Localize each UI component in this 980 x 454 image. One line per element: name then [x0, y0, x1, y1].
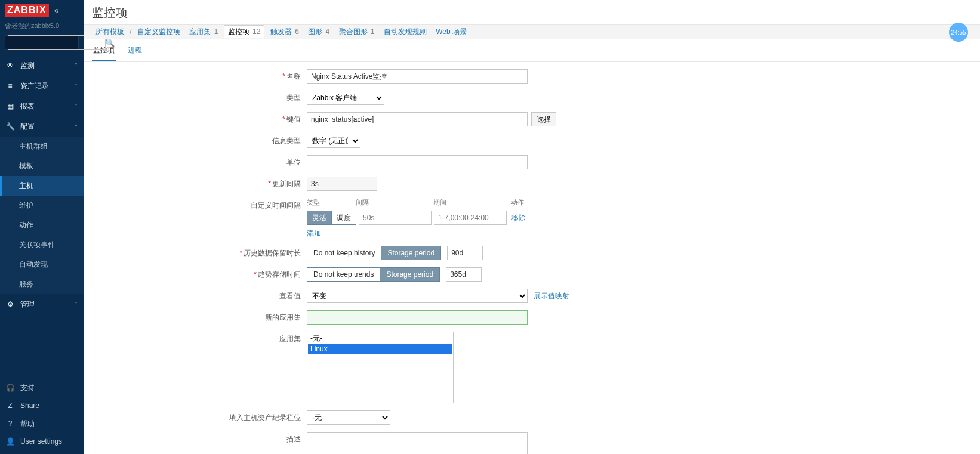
crumb-link[interactable]: 触发器 6 [267, 25, 303, 38]
crumb-link[interactable]: 自动发现规则 [380, 25, 430, 38]
tab[interactable]: 进程 [127, 43, 143, 61]
update-interval-input[interactable] [307, 177, 377, 191]
interval-remove-link[interactable]: 移除 [511, 213, 526, 223]
nav-icon: ⚙ [6, 300, 14, 308]
crumb-link[interactable]: Web 场景 [432, 25, 470, 38]
chevron-icon: ˅ [75, 83, 78, 89]
label-valuemap: 查看值 [279, 292, 301, 300]
sidebar-item[interactable]: 维护 [0, 196, 84, 215]
sidebar-bottom-item[interactable]: 🎧支持 [0, 379, 84, 397]
name-input[interactable] [307, 69, 528, 84]
trends-value-input[interactable] [446, 267, 482, 282]
nav-icon: 🔧 [6, 122, 14, 131]
bottom-icon: ? [6, 419, 14, 428]
key-select-button[interactable]: 选择 [531, 112, 556, 126]
fullscreen-icon[interactable]: ⛶ [64, 6, 73, 14]
key-input[interactable] [307, 112, 528, 126]
new-app-input[interactable] [307, 310, 528, 325]
valuemap-link[interactable]: 展示值映射 [534, 291, 569, 301]
chevron-icon: ˅ [75, 63, 78, 69]
interval-period-input[interactable] [434, 211, 507, 225]
sidebar-group[interactable]: 👁监测˅ [0, 55, 84, 76]
sidebar-item[interactable]: 自动发现 [0, 255, 84, 274]
clock-badge: 24:55 [949, 23, 968, 42]
label-inventory: 填入主机资产纪录栏位 [229, 413, 301, 422]
units-input[interactable] [307, 155, 528, 169]
label-key: 键值 [286, 115, 301, 123]
label-info-type: 信息类型 [272, 137, 301, 145]
sidebar-group[interactable]: ⚙管理˅ [0, 294, 84, 314]
sidebar-bottom-item[interactable]: 👤User settings [0, 433, 84, 450]
trends-sp-button[interactable]: Storage period [380, 267, 440, 282]
label-description: 描述 [286, 435, 301, 443]
sidebar-group[interactable]: ▦报表˅ [0, 96, 84, 116]
valuemap-select[interactable]: 不变 [307, 289, 528, 303]
chevron-icon: ˄ [75, 123, 78, 130]
interval-type-segment[interactable]: 灵活 调度 [307, 211, 356, 225]
interval-value-input[interactable] [359, 211, 432, 225]
apps-option-none[interactable]: -无- [308, 333, 452, 344]
sidebar-item[interactable]: 关联项事件 [0, 235, 84, 255]
interval-add-link[interactable]: 添加 [307, 229, 321, 237]
crumb-link[interactable]: 自定义监控项 [134, 25, 184, 38]
crumb-link[interactable]: 图形 4 [304, 25, 333, 38]
sidebar-item[interactable]: 动作 [0, 215, 84, 235]
nav-icon: 👁 [6, 61, 14, 70]
logo[interactable]: ZABBIX [5, 4, 49, 17]
collapse-icon[interactable]: « [53, 5, 61, 15]
bottom-icon: 👤 [6, 437, 14, 446]
custom-intervals-header: 类型 间隔 期间 动作 [307, 198, 535, 207]
history-segment[interactable]: Do not keep history Storage period [307, 246, 441, 260]
interval-flex-button[interactable]: 灵活 [307, 211, 332, 225]
label-units: 单位 [286, 158, 301, 166]
sidebar-bottom-item[interactable]: ZShare [0, 397, 84, 415]
server-name: 曾老湿的zabbix5.0 [0, 20, 84, 35]
label-history: 历史数据保留时长 [244, 249, 301, 257]
crumb-link[interactable]: 应用集 1 [186, 25, 221, 38]
sidebar-item[interactable]: 主机 [0, 176, 84, 196]
nav-label: 配置 [20, 122, 35, 132]
page-title: 监控项 [84, 0, 980, 24]
nav-label: 管理 [20, 299, 35, 310]
description-textarea[interactable] [307, 432, 528, 454]
sidebar-group[interactable]: ≡资产记录˅ [0, 76, 84, 96]
item-form: *名称 类型 Zabbix 客户端 *键值 选择 信息类型 数字 (无正负) 单… [84, 62, 980, 454]
chevron-icon: ˅ [75, 103, 78, 110]
label-new-app: 新的应用集 [265, 313, 301, 322]
crumb-link[interactable]: 所有模板 [92, 25, 128, 38]
nav-label: 监测 [20, 61, 35, 71]
search-box[interactable]: 🔍 [5, 35, 79, 50]
apps-option-linux[interactable]: Linux [308, 344, 452, 354]
trends-segment[interactable]: Do not keep trends Storage period [307, 267, 440, 282]
sidebar-item[interactable]: 模板 [0, 156, 84, 176]
sidebar-item[interactable]: 主机群组 [0, 137, 84, 156]
sidebar: ZABBIX « ⛶ 曾老湿的zabbix5.0 🔍 👁监测˅≡资产记录˅▦报表… [0, 0, 84, 454]
crumb-active[interactable]: 监控项 12 [224, 25, 265, 38]
interval-sched-button[interactable]: 调度 [332, 211, 356, 225]
history-value-input[interactable] [447, 246, 483, 260]
label-type: 类型 [286, 94, 301, 102]
nav-icon: ▦ [6, 102, 14, 110]
tabs: 监控项进程 [84, 39, 980, 62]
chevron-icon: ˅ [75, 301, 78, 308]
bottom-icon: 🎧 [6, 384, 14, 392]
info-type-select[interactable]: 数字 (无正负) [307, 134, 360, 148]
breadcrumb: 所有模板 / 自定义监控项 应用集 1 监控项 12 触发器 6 图形 4 聚合… [84, 24, 980, 39]
inventory-select[interactable]: -无- [307, 410, 390, 425]
history-no-button[interactable]: Do not keep history [307, 246, 381, 260]
sidebar-item[interactable]: 服务 [0, 274, 84, 294]
label-apps: 应用集 [279, 335, 301, 343]
sidebar-bottom-item[interactable]: ?帮助 [0, 415, 84, 433]
nav-icon: ≡ [6, 82, 14, 90]
history-sp-button[interactable]: Storage period [381, 246, 441, 260]
nav-label: 资产记录 [20, 81, 49, 91]
sidebar-group[interactable]: 🔧配置˄ [0, 116, 84, 137]
crumb-link[interactable]: 聚合图形 1 [335, 25, 378, 38]
apps-listbox[interactable]: -无- Linux [307, 332, 454, 403]
trends-no-button[interactable]: Do not keep trends [307, 267, 380, 282]
nav-label: 报表 [20, 101, 35, 112]
label-name: 名称 [286, 72, 301, 81]
bottom-icon: Z [6, 402, 14, 410]
label-trends: 趋势存储时间 [258, 270, 301, 279]
type-select[interactable]: Zabbix 客户端 [307, 91, 384, 105]
